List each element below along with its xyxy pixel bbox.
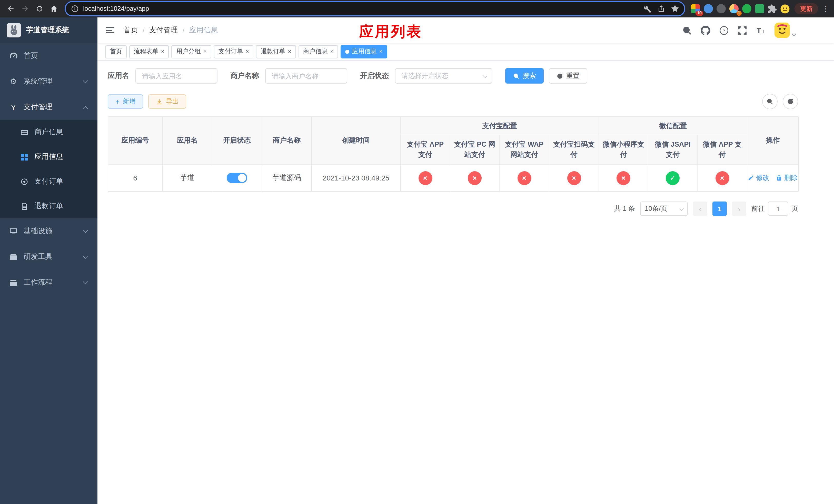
tags-view: 首页 流程表单× 用户分组× 支付订单× 退款订单× 商户信息× 应用信息× [97,43,834,61]
enable-toggle[interactable] [227,173,247,183]
sidebar-item-devtools[interactable]: 研发工具 [0,244,97,270]
sidebar-item-workflow[interactable]: 工作流程 [0,270,97,295]
close-icon[interactable]: × [288,49,291,54]
tab-payment-order[interactable]: 支付订单× [214,45,254,58]
svg-text:T: T [762,28,765,34]
sidebar-item-payment[interactable]: ¥ 支付管理 [0,94,97,120]
sidebar-item-app-info[interactable]: 应用信息 [0,144,97,169]
user-menu[interactable] [774,23,795,38]
edit-link[interactable]: 修改 [748,173,769,183]
goto-label: 前往 [751,204,765,213]
sidebar-item-payment-order[interactable]: 支付订单 [0,169,97,194]
github-icon[interactable] [701,25,710,35]
hamburger-icon[interactable] [105,25,115,36]
merchant-name-label: 商户名称 [230,71,259,81]
profile-avatar-icon[interactable] [779,3,791,15]
browser-update-button[interactable]: 更新 [794,3,818,14]
col-header-wx-jsapi: 微信 JSAPI 支付 [648,135,697,164]
app-name-input[interactable] [135,68,218,84]
header-search-icon[interactable] [682,25,692,35]
box-icon [9,253,18,261]
delete-link[interactable]: 删除 [776,173,797,183]
close-icon[interactable]: × [246,49,249,54]
font-size-icon[interactable]: TT [756,25,766,35]
tab-merchant-info[interactable]: 商户信息× [299,45,338,58]
sidebar-item-home[interactable]: 首页 [0,43,97,69]
breadcrumb-payment[interactable]: 支付管理 [149,26,178,35]
table-row: 6 芋道 芋道源码 2021-10-23 08:49:25 × × × × × [108,164,798,191]
reset-button[interactable]: 重置 [549,68,587,84]
close-icon[interactable]: × [161,49,164,54]
password-key-icon[interactable] [643,5,652,13]
screen: localhost:1024/pay/app 10 1 更新 ⋮ 芋道管理系统 [0,0,834,504]
status-select[interactable]: 请选择开启状态 [395,68,492,84]
url-text[interactable]: localhost:1024/pay/app [83,5,643,12]
search-icon [766,98,773,105]
card-icon [21,129,28,136]
gear-icon: ⚙ [9,77,18,86]
reload-icon[interactable] [33,2,46,15]
sidebar-item-infra[interactable]: 基础设施 [0,219,97,244]
chevron-down-icon [83,254,88,259]
status-icon: × [418,171,432,185]
page-unit-label: 页 [791,204,798,213]
forward-icon[interactable] [19,2,32,15]
breadcrumb-home[interactable]: 首页 [124,26,138,35]
close-icon[interactable]: × [379,49,382,54]
extensions-puzzle-icon[interactable] [766,3,778,15]
col-header-alipay-qr: 支付宝扫码支付 [549,135,599,164]
export-button[interactable]: 导出 [148,94,186,109]
address-bar[interactable]: localhost:1024/pay/app [66,2,684,15]
extension-dark-icon[interactable] [715,3,727,15]
home-icon[interactable] [47,2,61,15]
extension-blue-icon[interactable] [702,3,714,15]
user-avatar[interactable] [774,23,790,38]
extension-grid-icon[interactable]: 10 [689,3,701,15]
refresh-table-button[interactable] [783,94,798,109]
dashboard-icon [9,52,18,60]
next-page-button[interactable]: › [732,202,746,216]
refresh-icon [556,72,563,79]
browser-menu-icon[interactable]: ⋮ [822,4,830,13]
page-size-select[interactable]: 10条/页 [640,202,688,216]
goto-page-input[interactable] [768,202,788,216]
help-icon[interactable]: ? [719,25,729,35]
search-button[interactable]: 搜索 [505,68,544,84]
close-icon[interactable]: × [203,49,207,54]
sidebar-item-refund-order[interactable]: 退款订单 [0,194,97,219]
sidebar-item-system[interactable]: ⚙ 系统管理 [0,69,97,94]
bookmark-star-icon[interactable] [671,5,679,13]
tab-user-group[interactable]: 用户分组× [172,45,211,58]
chevron-down-icon [680,207,684,211]
page-content: 应用名 商户名称 开启状态 请选择开启状态 [97,61,834,504]
grid-icon [21,153,28,161]
browser-toolbar: localhost:1024/pay/app 10 1 更新 ⋮ [0,0,834,18]
tab-home[interactable]: 首页 [105,45,127,58]
status-icon: × [616,171,630,185]
tab-app-info[interactable]: 应用信息× [341,45,387,58]
sidebar-item-merchant-info[interactable]: 商户信息 [0,120,97,144]
extension-green-circle-icon[interactable] [741,3,752,15]
back-icon[interactable] [4,2,18,15]
app-logo[interactable]: 芋道管理系统 [0,18,97,43]
share-icon[interactable] [657,5,665,13]
navbar-actions: ? TT [682,23,795,38]
col-header-id: 应用编号 [108,117,162,164]
tab-refund-order[interactable]: 退款订单× [256,45,296,58]
record-icon [21,178,28,185]
fullscreen-icon[interactable] [738,25,747,35]
site-info-icon[interactable] [71,5,79,13]
merchant-name-input[interactable] [265,68,347,84]
col-header-merchant: 商户名称 [262,117,312,164]
col-header-wx-mini: 微信小程序支付 [599,135,648,164]
page-number-button[interactable]: 1 [712,202,727,216]
chevron-down-icon [83,279,88,284]
extension-color-icon[interactable]: 1 [728,3,740,15]
toggle-search-button[interactable] [762,94,777,109]
extension-green-square-icon[interactable] [753,3,765,15]
col-header-actions: 操作 [747,117,798,164]
close-icon[interactable]: × [330,49,334,54]
prev-page-button[interactable]: ‹ [693,202,707,216]
tab-process-form[interactable]: 流程表单× [129,45,169,58]
add-button[interactable]: + 新增 [108,94,143,109]
